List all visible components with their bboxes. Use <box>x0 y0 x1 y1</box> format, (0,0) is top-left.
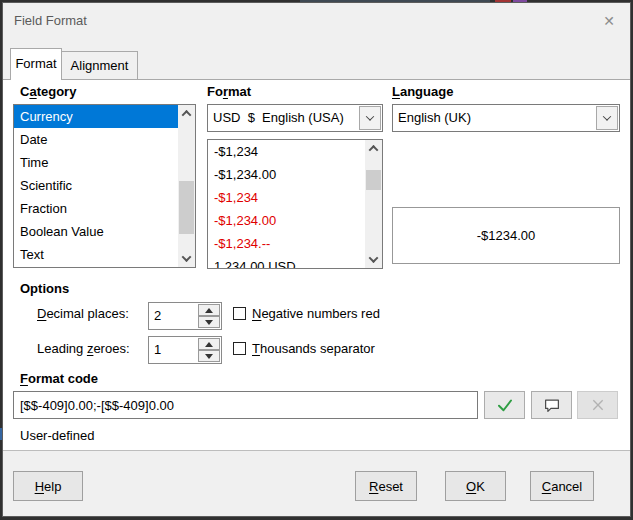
format-item[interactable]: -$1,234.-- <box>208 232 365 255</box>
thousands-separator-checkbox[interactable] <box>233 342 246 355</box>
leading-zeroes-stepper[interactable]: 1 <box>148 336 222 364</box>
category-item-date[interactable]: Date <box>14 128 178 151</box>
close-icon: ✕ <box>603 13 615 29</box>
tab-format[interactable]: Format <box>10 48 62 80</box>
format-item[interactable]: -$1,234 <box>208 186 365 209</box>
format-code-input[interactable] <box>13 391 478 419</box>
language-combobox[interactable]: English (UK) <box>392 104 620 132</box>
spin-up-icon[interactable] <box>198 338 220 350</box>
negative-numbers-red-checkbox[interactable] <box>233 307 246 320</box>
options-label: Options <box>20 281 69 296</box>
format-listbox: -$1,234 -$1,234.00 -$1,234 -$1,234.00 -$… <box>207 139 383 269</box>
comment-button[interactable] <box>531 391 572 419</box>
leading-zeroes-value: 1 <box>154 337 161 363</box>
category-item-text[interactable]: Text <box>14 243 178 266</box>
format-code-label: Format code <box>20 371 98 386</box>
tab-alignment[interactable]: Alignment <box>61 51 138 79</box>
format-scrollbar-thumb[interactable] <box>366 170 381 190</box>
delete-icon <box>590 397 606 413</box>
format-item[interactable]: -$1,234.00 <box>208 163 365 186</box>
format-label: Format <box>207 84 251 99</box>
scroll-down-icon[interactable] <box>178 250 195 267</box>
help-button[interactable]: Help <box>13 471 83 501</box>
format-item[interactable]: -$1,234.00 <box>208 209 365 232</box>
scroll-up-icon[interactable] <box>178 105 195 122</box>
category-item-time[interactable]: Time <box>14 151 178 174</box>
format-combobox-dropdown-button[interactable] <box>359 106 381 130</box>
preview-value: -$1234.00 <box>477 228 536 243</box>
delete-button[interactable] <box>577 391 618 419</box>
reset-button[interactable]: Reset <box>355 471 417 501</box>
decimal-places-label: Decimal places: <box>37 306 129 321</box>
language-label: Language <box>392 84 453 99</box>
category-scrollbar[interactable] <box>178 105 195 267</box>
title-bar: Field Format <box>3 3 630 38</box>
category-item-currency[interactable]: Currency <box>14 105 178 128</box>
category-listbox: Currency Date Time Scientific Fraction B… <box>13 104 196 268</box>
tab-format-label: Format <box>15 56 56 71</box>
ok-button[interactable]: OK <box>445 471 506 501</box>
format-combobox[interactable]: USD $ English (USA) <box>207 104 383 132</box>
field-format-dialog: Field Format ✕ Alignment Format Category… <box>2 2 631 517</box>
scroll-down-icon[interactable] <box>365 251 382 268</box>
close-button[interactable]: ✕ <box>593 8 625 34</box>
decimal-places-value: 2 <box>154 303 161 329</box>
preview-box: -$1234.00 <box>392 207 620 264</box>
tab-alignment-label: Alignment <box>71 58 129 73</box>
decimal-places-stepper[interactable]: 2 <box>148 302 222 330</box>
format-scrollbar[interactable] <box>365 140 382 268</box>
cancel-button[interactable]: Cancel <box>530 471 594 501</box>
dialog-title: Field Format <box>14 13 87 28</box>
category-item-scientific[interactable]: Scientific <box>14 174 178 197</box>
category-item-fraction[interactable]: Fraction <box>14 197 178 220</box>
negative-numbers-red-label[interactable]: Negative numbers red <box>252 306 380 321</box>
format-item[interactable]: 1,234.00 USD <box>208 255 365 269</box>
comment-icon <box>543 396 561 414</box>
language-combobox-dropdown-button[interactable] <box>596 106 618 130</box>
scroll-up-icon[interactable] <box>365 140 382 157</box>
category-label: Category <box>20 84 76 99</box>
thousands-separator-label[interactable]: Thousands separator <box>252 341 375 356</box>
category-scrollbar-thumb[interactable] <box>179 181 194 234</box>
category-item-boolean-value[interactable]: Boolean Value <box>14 220 178 243</box>
format-combobox-value: USD $ English (USA) <box>213 105 344 131</box>
spin-down-icon[interactable] <box>198 316 220 328</box>
language-combobox-value: English (UK) <box>398 105 471 131</box>
user-defined-status: User-defined <box>20 428 94 443</box>
chevron-down-icon <box>603 112 611 120</box>
format-item[interactable]: -$1,234 <box>208 140 365 163</box>
spin-up-icon[interactable] <box>198 304 220 316</box>
leading-zeroes-label: Leading zeroes: <box>37 341 130 356</box>
spin-down-icon[interactable] <box>198 350 220 362</box>
confirm-button[interactable] <box>484 391 525 419</box>
chevron-down-icon <box>366 112 374 120</box>
checkmark-icon <box>496 396 514 414</box>
